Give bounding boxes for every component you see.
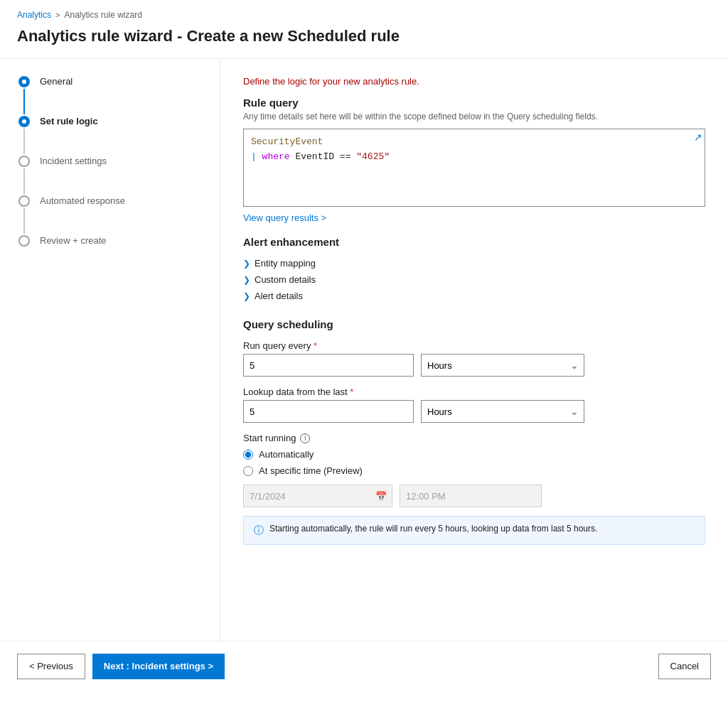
step-dot-automated — [18, 195, 30, 207]
main-layout: General Set rule logic Incident settings — [0, 59, 728, 641]
info-banner-icon: ⓘ — [254, 524, 264, 537]
radio-automatically-input[interactable] — [243, 450, 253, 460]
wizard-step-automated[interactable]: Automated response — [17, 195, 203, 235]
step-line-3 — [23, 168, 25, 194]
code-line-2: | where EventID == "4625" — [251, 150, 697, 165]
run-query-value-input[interactable] — [243, 354, 414, 377]
custom-details-label: Custom details — [255, 274, 316, 285]
lookup-data-value-input[interactable] — [243, 400, 414, 423]
breadcrumb-analytics[interactable]: Analytics — [17, 10, 51, 20]
expand-icon[interactable]: ↗ — [694, 131, 702, 143]
run-query-unit-wrapper: Hours Minutes Days — [421, 354, 584, 377]
info-banner: ⓘ Starting automatically, the rule will … — [243, 516, 705, 545]
step-indicator-rule-logic — [17, 116, 31, 156]
step-indicator-incident — [17, 156, 31, 195]
alert-enhancement-title: Alert enhancement — [243, 236, 705, 248]
wizard-step-general[interactable]: General — [17, 76, 203, 116]
rule-query-title: Rule query — [243, 97, 705, 109]
step-dot-incident — [18, 156, 30, 167]
entity-mapping-item[interactable]: ❯ Entity mapping — [243, 255, 705, 271]
footer: < Previous Next : Incident settings > Ca… — [0, 641, 728, 691]
radio-specific-time-input[interactable] — [243, 466, 253, 476]
breadcrumb-current: Analytics rule wizard — [64, 10, 141, 20]
start-running-info-icon: i — [300, 433, 310, 443]
query-editor-wrapper: SecurityEvent | where EventID == "4625" … — [243, 129, 705, 207]
define-logic-text: Define the logic for your new analytics … — [243, 76, 705, 87]
step-line-1 — [23, 89, 25, 114]
step-label-review: Review + create — [40, 234, 107, 247]
page-title: Analytics rule wizard - Create a new Sch… — [0, 24, 728, 58]
step-dot-review — [18, 235, 30, 247]
datetime-row: 📅 — [243, 485, 705, 507]
date-input[interactable] — [243, 485, 392, 507]
step-indicator-general — [17, 76, 31, 116]
lookup-data-required: * — [350, 387, 353, 397]
step-label-automated: Automated response — [40, 195, 125, 207]
breadcrumb: Analytics > Analytics rule wizard — [0, 0, 728, 24]
step-indicator-review — [17, 235, 31, 247]
entity-mapping-label: Entity mapping — [255, 258, 316, 269]
step-label-rule-logic: Set rule logic — [40, 115, 98, 128]
lookup-data-group: Lookup data from the last * Hours Minute… — [243, 387, 705, 423]
step-dot-inner — [22, 80, 26, 84]
run-query-unit-select[interactable]: Hours Minutes Days — [421, 354, 584, 377]
chevron-alert: ❯ — [243, 291, 250, 301]
info-banner-text: Starting automatically, the rule will ru… — [269, 524, 597, 534]
start-running-label: Start running i — [243, 433, 705, 443]
rule-query-subtitle: Any time details set here will be within… — [243, 112, 705, 121]
code-editor[interactable]: SecurityEvent | where EventID == "4625" — [243, 129, 705, 207]
chevron-custom: ❯ — [243, 275, 250, 285]
query-scheduling-title: Query scheduling — [243, 318, 705, 330]
cancel-button[interactable]: Cancel — [658, 654, 711, 679]
lookup-data-inputs: Hours Minutes Days — [243, 400, 705, 423]
calendar-icon: 📅 — [375, 491, 387, 502]
lookup-data-unit-wrapper: Hours Minutes Days — [421, 400, 584, 423]
code-pipe: | — [251, 151, 262, 162]
wizard-step-set-rule-logic[interactable]: Set rule logic — [17, 116, 203, 156]
step-indicator-automated — [17, 195, 31, 235]
run-query-inputs: Hours Minutes Days — [243, 354, 705, 377]
step-label-incident: Incident settings — [40, 155, 107, 168]
code-space: EventID == — [290, 151, 357, 162]
step-dot-rule-logic — [18, 116, 30, 127]
step-label-general: General — [40, 75, 73, 88]
step-line-4 — [23, 208, 25, 234]
previous-button[interactable]: < Previous — [17, 654, 85, 679]
code-keyword-security: SecurityEvent — [251, 136, 323, 147]
wizard-step-review[interactable]: Review + create — [17, 235, 203, 247]
chevron-entity: ❯ — [243, 259, 250, 269]
step-dot-inner-2 — [22, 119, 26, 124]
content-area: Define the logic for your new analytics … — [220, 59, 728, 641]
run-query-group: Run query every * Hours Minutes Days — [243, 340, 705, 377]
sidebar: General Set rule logic Incident settings — [0, 59, 220, 641]
radio-specific-time-label: At specific time (Preview) — [259, 465, 363, 476]
step-line-2 — [23, 129, 25, 154]
radio-automatically-label: Automatically — [259, 449, 314, 460]
lookup-data-unit-select[interactable]: Hours Minutes Days — [421, 400, 584, 423]
code-string: "4625" — [356, 151, 390, 162]
breadcrumb-separator: > — [55, 11, 60, 19]
time-input[interactable] — [400, 485, 542, 507]
radio-automatically[interactable]: Automatically — [243, 449, 705, 460]
step-dot-general — [18, 76, 30, 87]
alert-details-label: Alert details — [255, 291, 303, 301]
lookup-data-label: Lookup data from the last * — [243, 387, 705, 397]
run-query-required: * — [314, 340, 317, 351]
code-where: where — [262, 151, 290, 162]
custom-details-item[interactable]: ❯ Custom details — [243, 271, 705, 288]
run-query-label: Run query every * — [243, 340, 705, 351]
view-results-link[interactable]: View query results > — [243, 212, 326, 223]
wizard-step-incident-settings[interactable]: Incident settings — [17, 156, 203, 195]
next-button[interactable]: Next : Incident settings > — [92, 654, 225, 679]
alert-details-item[interactable]: ❯ Alert details — [243, 288, 705, 304]
radio-specific-time[interactable]: At specific time (Preview) — [243, 465, 705, 476]
code-line-1: SecurityEvent — [251, 135, 697, 150]
radio-group-start-running: Automatically At specific time (Preview) — [243, 449, 705, 476]
date-input-wrapper: 📅 — [243, 485, 392, 507]
